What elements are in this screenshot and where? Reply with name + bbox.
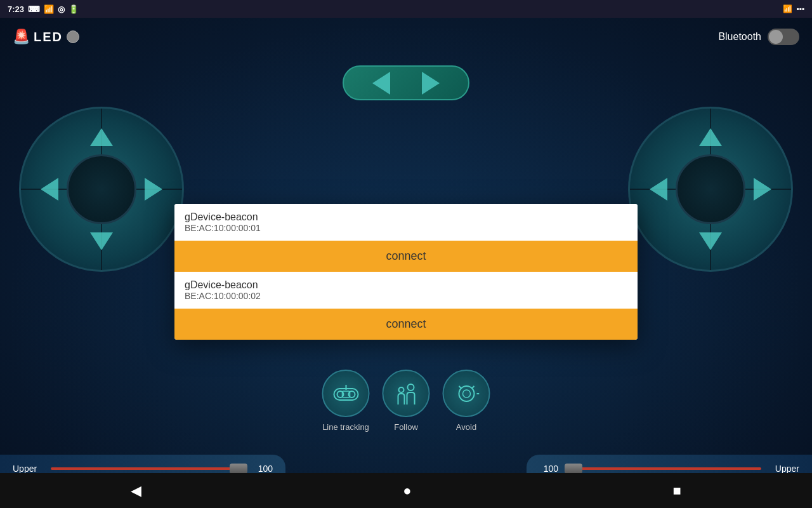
connect-btn-1[interactable]: connect xyxy=(174,241,638,272)
device-2-mac: BE:AC:10:00:00:02 xyxy=(185,291,627,301)
location-icon: ◎ xyxy=(58,4,65,14)
bluetooth-dialog: gDevice-beacon BE:AC:10:00:00:01 connect… xyxy=(174,204,638,340)
device-1-item: gDevice-beacon BE:AC:10:00:00:01 xyxy=(174,204,638,241)
nav-bar: ◀ ● ■ xyxy=(0,473,812,508)
wifi-icon: 📶 xyxy=(44,4,54,14)
device-1-mac: BE:AC:10:00:00:01 xyxy=(185,223,627,233)
dialog-overlay: gDevice-beacon BE:AC:10:00:00:01 connect… xyxy=(0,36,812,508)
recent-button[interactable]: ■ xyxy=(673,483,681,499)
device-2-name: gDevice-beacon xyxy=(185,279,627,291)
home-button[interactable]: ● xyxy=(403,483,411,499)
main-background: 🚨 LED Bluetooth xyxy=(0,18,812,508)
network-icon: ▪▪▪ xyxy=(796,4,804,13)
keyboard-icon: ⌨ xyxy=(28,4,40,14)
device-2-item: gDevice-beacon BE:AC:10:00:00:02 xyxy=(174,272,638,309)
battery-icon: 🔋 xyxy=(69,4,79,14)
signal-icon: 📶 xyxy=(783,4,792,13)
status-bar: 7:23 ⌨ 📶 ◎ 🔋 📶 ▪▪▪ xyxy=(0,0,812,18)
device-1-name: gDevice-beacon xyxy=(185,211,627,223)
back-button[interactable]: ◀ xyxy=(131,483,141,499)
connect-btn-2[interactable]: connect xyxy=(174,309,638,340)
time-display: 7:23 xyxy=(8,4,24,14)
